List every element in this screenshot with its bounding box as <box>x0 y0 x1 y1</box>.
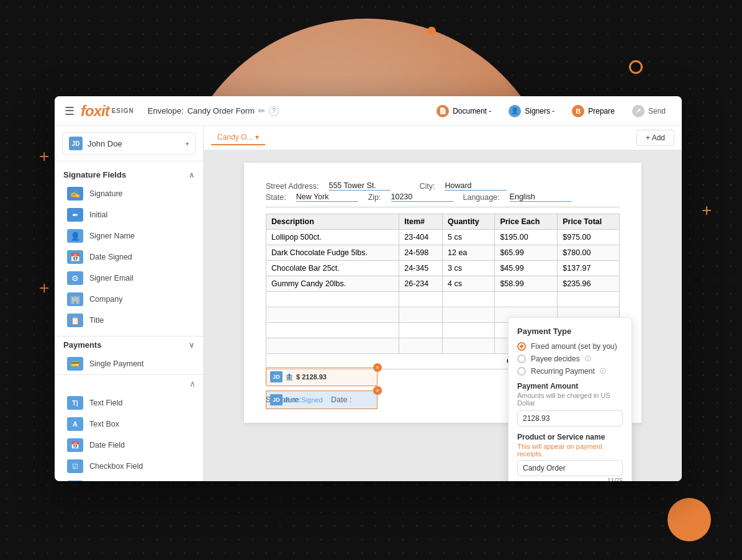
user-dropdown[interactable]: JD John Doe ▾ <box>62 132 196 155</box>
cell-qty-3: 3 cs <box>443 261 495 276</box>
sidebar-item-signature[interactable]: ✍ Signature <box>55 183 203 204</box>
cell-qty-1: 5 cs <box>443 230 495 245</box>
table-row: Dark Chocolate Fudge 5lbs. 24-598 12 ea … <box>266 245 620 261</box>
payments-section: Payments ∨ 💳 Single Payment <box>55 336 203 374</box>
esign-badge: ESIGN <box>112 107 134 114</box>
payee-info-icon[interactable]: ⓘ <box>585 355 591 363</box>
bank-icon: 🏦 <box>285 373 294 381</box>
sidebar-item-signer-name[interactable]: 👤 Signer Name <box>55 225 203 246</box>
signer-email-icon: ⚙ <box>67 271 83 285</box>
cell-price-total-3: $137.97 <box>558 261 620 276</box>
payment-amount-section: Payment Amount Amounts will be charged i… <box>517 382 623 427</box>
company-label: Company <box>89 295 123 304</box>
col-header-qty: Quantity <box>443 214 495 230</box>
cell-price-each-1: $195.00 <box>495 230 558 245</box>
step-prepare-circle: B <box>572 105 584 117</box>
signer-name-label: Signer Name <box>89 232 135 240</box>
product-name-input[interactable] <box>517 460 623 476</box>
sidebar-item-initial[interactable]: ✒ Initial <box>55 204 203 225</box>
recurring-info-icon[interactable]: ⓘ <box>600 367 606 376</box>
cell-desc-2: Dark Chocolate Fudge 5lbs. <box>266 245 399 261</box>
edit-envelope-icon[interactable]: ✏ <box>258 106 265 115</box>
cell-desc-3: Chocolate Bar 25ct. <box>266 261 399 276</box>
fields-expand-header[interactable]: ∧ <box>55 375 203 392</box>
radio-fixed-amount[interactable]: Fixed amount (set by you) <box>517 342 623 351</box>
foxit-logo: foxit ESIGN <box>81 102 134 120</box>
payment-field-overlay[interactable]: JD 🏦 $ 2128.93 × <box>266 368 378 386</box>
zip-label: Zip: <box>368 193 381 202</box>
jd-badge-payment: JD <box>270 371 283 382</box>
radio-payee-decides[interactable]: Payee decides ⓘ <box>517 355 623 363</box>
cell-desc-4: Gummy Candy 20lbs. <box>266 276 399 292</box>
text-box-icon: A <box>67 417 83 431</box>
signature-fields-label: Signature Fields <box>63 170 126 179</box>
sidebar-item-checkbox[interactable]: ☑ Checkbox Field <box>55 456 203 477</box>
product-note: This will appear on payment receipts. <box>517 443 623 458</box>
payment-amount-input[interactable] <box>517 410 623 427</box>
plus-icon-3: + <box>702 202 712 219</box>
standard-fields-section: ∧ T| Text Field A Text Box 📅 Date Field … <box>55 374 203 481</box>
sidebar-item-company[interactable]: 🏢 Company <box>55 289 203 310</box>
sidebar-item-title[interactable]: 📋 Title <box>55 310 203 331</box>
city-label: City: <box>419 182 435 191</box>
sidebar-item-date-field[interactable]: 📅 Date Field <box>55 435 203 456</box>
step-document[interactable]: 📄 Document - <box>430 102 497 120</box>
sidebar-item-signer-email[interactable]: ⚙ Signer Email <box>55 268 203 289</box>
doc-tab-dropdown-icon: ▾ <box>255 133 259 142</box>
doc-tab-name: Candy O... <box>217 133 253 142</box>
step-send[interactable]: ↗ Send <box>626 102 672 120</box>
help-icon[interactable]: ? <box>269 106 279 116</box>
date-signed-field[interactable]: JD Date Signed × <box>266 391 378 409</box>
company-icon: 🏢 <box>67 292 83 306</box>
signature-fields-toggle[interactable]: ∧ <box>189 171 194 179</box>
radio-fixed-label: Fixed amount (set by you) <box>531 342 617 351</box>
chevron-down-icon: ▾ <box>186 140 189 147</box>
payments-toggle[interactable]: ∨ <box>189 341 194 350</box>
radio-icon: ⊙ <box>67 481 83 481</box>
app-window: ☰ foxit ESIGN Envelope: Candy Order Form… <box>55 96 682 481</box>
signer-name-icon: 👤 <box>67 229 83 243</box>
payment-amount-title: Payment Amount <box>517 382 623 391</box>
menu-icon[interactable]: ☰ <box>65 104 75 118</box>
envelope-name: Candy Order Form <box>188 106 255 115</box>
date-field-label: Date Field <box>89 441 125 449</box>
title-label: Title <box>89 316 104 325</box>
char-count: 11/75 <box>517 477 623 481</box>
city-value: Howard <box>445 181 507 191</box>
doc-toolbar: Candy O... ▾ + Add <box>204 126 682 150</box>
step-prepare[interactable]: B Prepare <box>566 102 621 120</box>
sidebar-item-single-payment[interactable]: 💳 Single Payment <box>55 353 203 374</box>
doc-tab[interactable]: Candy O... ▾ <box>211 130 265 145</box>
user-name: John Doe <box>88 139 122 148</box>
app-header: ☰ foxit ESIGN Envelope: Candy Order Form… <box>55 96 682 126</box>
date-field-icon: 📅 <box>67 438 83 452</box>
table-row-empty-1 <box>266 292 620 307</box>
sidebar-user-section: JD John Doe ▾ <box>55 126 203 161</box>
header-steps: 📄 Document - 👤 Signers - B Prepare ↗ Sen… <box>430 102 672 120</box>
step-send-label: Send <box>648 107 666 115</box>
payments-label: Payments <box>63 340 101 350</box>
radio-fixed-circle <box>517 342 526 351</box>
step-document-circle: 📄 <box>437 105 449 117</box>
bottom-orange-circle <box>667 498 711 541</box>
close-date-icon[interactable]: × <box>373 386 382 395</box>
sidebar-item-text-box[interactable]: A Text Box <box>55 413 203 435</box>
sidebar-item-text-field[interactable]: T| Text Field <box>55 392 203 413</box>
add-button[interactable]: + Add <box>636 130 674 146</box>
add-btn-label: + Add <box>646 133 665 142</box>
cell-item-3: 24-345 <box>399 261 443 276</box>
title-icon: 📋 <box>67 314 83 327</box>
text-box-label: Text Box <box>89 420 119 428</box>
sidebar-item-date-signed[interactable]: 📅 Date Signed <box>55 246 203 268</box>
payment-amount-sublabel: Amounts will be charged in US Dollar <box>517 392 623 407</box>
radio-recurring[interactable]: Recurring Payment ⓘ <box>517 367 623 376</box>
step-signers[interactable]: 👤 Signers - <box>502 102 561 120</box>
state-value: New York <box>296 192 358 202</box>
sidebar-item-radio-button[interactable]: ⊙ Radio Button <box>55 477 203 481</box>
payments-section-header[interactable]: Payments ∨ <box>55 336 203 353</box>
table-row: Chocolate Bar 25ct. 24-345 3 cs $45.99 $… <box>266 261 620 276</box>
close-payment-icon[interactable]: × <box>373 363 382 372</box>
language-value: English <box>510 192 572 202</box>
signature-fields-header[interactable]: Signature Fields ∧ <box>55 166 203 183</box>
single-payment-label: Single Payment <box>89 359 144 368</box>
